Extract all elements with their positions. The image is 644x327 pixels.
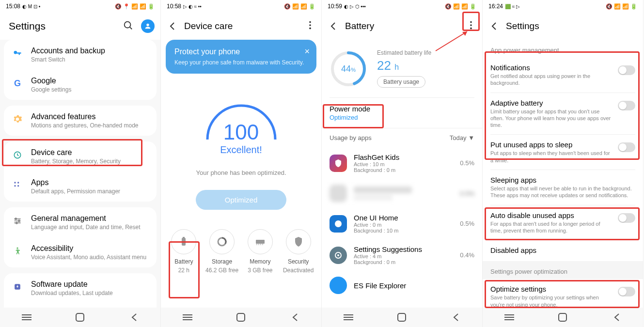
svg-rect-27 xyxy=(256,240,265,244)
search-icon[interactable] xyxy=(123,20,133,32)
score-message: Your phone has been optimized. xyxy=(161,169,321,176)
back-button[interactable] xyxy=(167,20,178,32)
sliders-icon xyxy=(12,215,23,227)
app-row-flashget[interactable]: FlashGet KidsActive : 10 mBackground : 0… xyxy=(322,147,482,179)
settings-item-advanced[interactable]: Advanced featuresMotions and gestures, O… xyxy=(4,106,157,136)
toggle-autodisable[interactable] xyxy=(618,213,635,223)
power-mode-row[interactable]: Power mode Optimized xyxy=(322,98,482,128)
app-row-esfile[interactable]: ES File Explorer xyxy=(322,271,482,300)
nav-back[interactable] xyxy=(289,311,300,323)
nav-recents[interactable] xyxy=(182,311,193,323)
toggle-adaptive[interactable] xyxy=(618,101,635,110)
svg-point-23 xyxy=(309,28,311,30)
app-icon xyxy=(330,277,347,294)
settings-item-manual[interactable]: User manual xyxy=(4,303,157,308)
row-sub: For apps that aren't used for a longer p… xyxy=(490,220,612,234)
app-icon xyxy=(330,155,347,172)
svg-rect-41 xyxy=(335,220,342,227)
app-percent: 0.5% xyxy=(460,159,474,167)
app-bg: Background : 10 m xyxy=(354,228,453,234)
more-icon[interactable] xyxy=(305,20,315,32)
setting-optimize[interactable]: Optimize settingsSave battery by optimiz… xyxy=(483,279,643,308)
svg-rect-25 xyxy=(183,237,185,238)
app-active: Active : 10 m xyxy=(354,161,453,167)
key-icon xyxy=(12,47,23,59)
setting-autodisable[interactable]: Auto disable unused appsFor apps that ar… xyxy=(483,205,643,240)
status-icons-right: 🔇 📍 📶 📶 🔋 xyxy=(115,3,155,10)
today-dropdown[interactable]: Today ▼ xyxy=(450,134,474,141)
security-banner[interactable]: Protect your phone Keep your phone safe … xyxy=(166,40,316,74)
app-icon xyxy=(330,247,347,264)
status-icons-right: 🔇 📶 📶 🔋 xyxy=(284,3,315,10)
svg-point-13 xyxy=(16,222,17,224)
svg-point-37 xyxy=(470,24,472,26)
nav-back[interactable] xyxy=(611,311,622,323)
optimize-button[interactable]: Optimized xyxy=(196,190,287,210)
accessibility-icon xyxy=(12,245,23,257)
status-bar: 16:24 🟩 ≈ ▷ 🔇 📶 📶 🔋 xyxy=(483,0,643,13)
shield-icon xyxy=(286,229,311,254)
setting-notifications[interactable]: NotificationsGet notified about apps usi… xyxy=(483,58,643,93)
app-row-suggestions[interactable]: Settings SuggestionsActive : 4 mBackgrou… xyxy=(322,239,482,271)
header: Settings xyxy=(483,13,643,40)
setting-sleeping-apps[interactable]: Sleeping appsSelect apps that will never… xyxy=(483,170,643,205)
settings-item-accessibility[interactable]: AccessibilityVoice Assistant, Mono audio… xyxy=(4,237,157,267)
nav-recents[interactable] xyxy=(343,311,354,323)
devicecare-icon xyxy=(12,149,23,161)
item-title: Accessibility xyxy=(31,244,149,253)
app-row-hidden[interactable]: 0.5% xyxy=(322,179,482,208)
item-title: General management xyxy=(31,214,149,223)
settings-item-general[interactable]: General managementLanguage and input, Da… xyxy=(4,207,157,237)
power-mode-value: Optimized xyxy=(330,114,474,121)
back-button[interactable] xyxy=(328,20,339,32)
banner-title: Protect your phone xyxy=(174,47,308,56)
section-app-power: App power management xyxy=(483,40,643,58)
svg-point-43 xyxy=(337,254,339,256)
settings-item-google[interactable]: G GoogleGoogle settings xyxy=(4,70,157,100)
tile-security[interactable]: Security Deactivated xyxy=(282,229,315,274)
row-title: Optimize settings xyxy=(490,285,612,293)
back-button[interactable] xyxy=(488,20,500,32)
item-sub: Default apps, Permission manager xyxy=(31,188,149,195)
toggle-sleep[interactable] xyxy=(618,142,635,152)
nav-recents[interactable] xyxy=(21,311,32,323)
tile-battery[interactable]: Battery 22 h xyxy=(167,229,201,274)
settings-item-accounts[interactable]: Accounts and backupSmart Switch xyxy=(4,40,157,70)
avatar[interactable] xyxy=(141,19,155,33)
app-bg: Background : 0 m xyxy=(354,167,453,173)
nav-home[interactable] xyxy=(396,311,408,323)
setting-sleep[interactable]: Put unused apps to sleepPut apps to slee… xyxy=(483,135,643,170)
nav-home[interactable] xyxy=(557,311,568,323)
tile-storage[interactable]: Storage 46.2 GB free xyxy=(205,229,239,274)
nav-back[interactable] xyxy=(450,311,461,323)
app-name xyxy=(354,187,412,193)
nav-recents[interactable] xyxy=(503,311,515,323)
app-name: Settings Suggestions xyxy=(354,245,453,253)
nav-home[interactable] xyxy=(74,311,86,323)
battery-usage-button[interactable]: Battery usage xyxy=(377,76,425,88)
screen-battery-settings: 16:24 🟩 ≈ ▷ 🔇 📶 📶 🔋 Settings App power m… xyxy=(483,0,644,327)
battery-icon xyxy=(171,229,196,254)
toggle-optimize[interactable] xyxy=(618,287,635,296)
nav-back[interactable] xyxy=(128,311,140,323)
row-title: Sleeping apps xyxy=(490,176,635,184)
app-row-oneui[interactable]: One UI HomeActive : 0 mBackground : 10 m… xyxy=(322,208,482,239)
tile-label: Battery xyxy=(167,258,201,265)
settings-item-software[interactable]: Software updateDownload updates, Last up… xyxy=(4,273,157,303)
svg-point-6 xyxy=(14,185,16,187)
settings-item-apps[interactable]: AppsDefault apps, Permission manager xyxy=(4,171,157,202)
screen-battery: 10:59 ◐ ▷ ⬡ ••• 🔇 📶 📶 🔋 Battery 44% Esti… xyxy=(322,0,483,327)
tile-memory[interactable]: Memory 3 GB free xyxy=(243,229,277,274)
status-icons-left: 🟩 ≈ ▷ xyxy=(505,4,520,9)
settings-item-devicecare[interactable]: Device careBattery, Storage, Memory, Sec… xyxy=(4,141,157,171)
app-name: One UI Home xyxy=(354,214,453,222)
app-bg: Background : 0 m xyxy=(354,259,453,265)
item-title: Accounts and backup xyxy=(31,47,149,55)
tile-value: Deactivated xyxy=(282,267,315,274)
toggle-notifications[interactable] xyxy=(618,65,635,75)
setting-adaptive[interactable]: Adaptive batteryLimit battery usage for … xyxy=(483,93,643,135)
nav-home[interactable] xyxy=(235,311,247,323)
item-sub: Battery, Storage, Memory, Security xyxy=(31,158,149,165)
close-icon[interactable]: × xyxy=(304,47,310,57)
setting-disabled-apps[interactable]: Disabled apps xyxy=(483,240,643,261)
